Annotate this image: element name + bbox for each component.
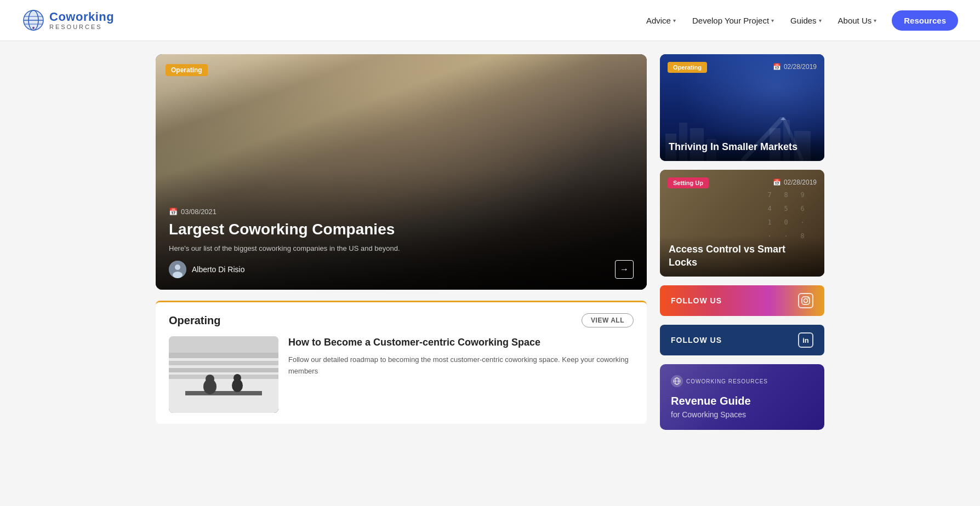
header: Coworking RESOURCES Advice ▾ Develop You…	[0, 0, 980, 41]
card-date: 📅 02/28/2019	[773, 179, 817, 186]
revenue-logo-text: Coworking Resources	[686, 378, 768, 384]
linkedin-icon: in	[798, 332, 813, 348]
instagram-follow-label: FOLLOW US	[671, 296, 722, 305]
hero-title: Largest Coworking Companies	[169, 220, 634, 239]
revenue-guide-title: Revenue Guide	[671, 394, 813, 408]
logo[interactable]: Coworking RESOURCES	[22, 9, 114, 32]
card-content: Thriving In Smaller Markets	[660, 133, 824, 161]
svg-point-20	[233, 374, 241, 382]
section-header: Operating VIEW ALL	[169, 313, 634, 327]
svg-point-44	[804, 299, 808, 303]
svg-text:6: 6	[800, 205, 804, 212]
nav-guides[interactable]: Guides ▾	[784, 13, 828, 28]
svg-point-9	[173, 272, 183, 278]
office-illustration	[169, 336, 278, 413]
hero-bottom: 📅 03/08/2021 Largest Coworking Companies…	[156, 197, 647, 290]
svg-text:1: 1	[767, 219, 771, 226]
svg-text:8: 8	[784, 191, 788, 199]
article-thumbnail	[169, 336, 278, 413]
calendar-icon: 📅	[169, 208, 178, 216]
card-title: Thriving In Smaller Markets	[669, 141, 816, 153]
svg-point-6	[32, 27, 35, 29]
thriving-card[interactable]: Operating 📅 02/28/2019 Thriving In Small…	[660, 54, 824, 161]
operating-section: Operating VIEW ALL	[156, 301, 647, 424]
linkedin-follow-label: FOLLOW US	[671, 336, 722, 344]
left-column: Operating 📅 03/08/2021 Largest Coworking…	[156, 54, 647, 430]
logo-coworking: Coworking	[49, 10, 114, 24]
main-content: Operating 📅 03/08/2021 Largest Coworking…	[134, 41, 846, 443]
view-all-button[interactable]: VIEW ALL	[582, 313, 634, 327]
calendar-icon: 📅	[773, 179, 781, 186]
svg-text:·: ·	[800, 219, 804, 226]
svg-rect-12	[169, 353, 278, 358]
article-row: How to Become a Customer-centric Coworki…	[169, 336, 634, 413]
globe-icon	[22, 9, 45, 32]
revenue-card-logo: Coworking Resources	[671, 375, 813, 387]
right-column: Operating 📅 02/28/2019 Thriving In Small…	[660, 54, 824, 430]
instagram-icon	[798, 293, 813, 308]
svg-text:0: 0	[784, 219, 788, 226]
card-title: Access Control vs Smart Locks	[669, 243, 816, 269]
instagram-follow-button[interactable]: FOLLOW US	[660, 285, 824, 316]
hero-date: 📅 03/08/2021	[169, 208, 634, 216]
revenue-guide-card[interactable]: Coworking Resources Revenue Guide for Co…	[660, 364, 824, 430]
chevron-down-icon: ▾	[673, 18, 676, 24]
article-text: How to Become a Customer-centric Coworki…	[288, 336, 634, 377]
chevron-down-icon: ▾	[819, 18, 822, 24]
svg-text:9: 9	[800, 191, 804, 199]
card-badge: Operating	[668, 62, 707, 73]
avatar	[169, 261, 186, 278]
svg-rect-13	[169, 361, 278, 365]
hero-card[interactable]: Operating 📅 03/08/2021 Largest Coworking…	[156, 54, 647, 290]
svg-point-8	[175, 264, 180, 270]
coworking-logo-icon	[671, 375, 683, 387]
svg-rect-15	[169, 375, 278, 379]
nav-about[interactable]: About Us ▾	[831, 13, 884, 28]
svg-point-45	[808, 298, 809, 299]
main-nav: Advice ▾ Develop Your Project ▾ Guides ▾…	[640, 10, 958, 31]
calendar-icon: 📅	[773, 63, 781, 71]
article-excerpt: Follow our detailed roadmap to becoming …	[288, 354, 634, 377]
svg-rect-16	[185, 391, 262, 395]
nav-advice[interactable]: Advice ▾	[640, 13, 682, 28]
hero-arrow-button[interactable]: →	[615, 260, 634, 279]
logo-text: Coworking RESOURCES	[49, 10, 114, 30]
svg-point-18	[206, 375, 214, 383]
svg-text:5: 5	[784, 205, 788, 212]
article-title: How to Become a Customer-centric Coworki…	[288, 336, 634, 349]
logo-resources: RESOURCES	[49, 24, 114, 30]
hero-footer: Alberto Di Risio →	[169, 260, 634, 279]
svg-rect-14	[169, 368, 278, 372]
nav-develop[interactable]: Develop Your Project ▾	[686, 13, 780, 28]
resources-button[interactable]: Resources	[892, 10, 958, 31]
hero-author: Alberto Di Risio	[169, 261, 244, 278]
access-control-card[interactable]: 789 456 10· ··8 Setting Up 📅 02/28/2019 …	[660, 170, 824, 277]
chevron-down-icon: ▾	[874, 18, 876, 24]
svg-text:4: 4	[767, 205, 771, 212]
card-badge: Setting Up	[668, 177, 709, 188]
card-date: 📅 02/28/2019	[773, 63, 817, 71]
hero-category-badge: Operating	[166, 64, 208, 76]
hero-excerpt: Here's our list of the biggest coworking…	[169, 244, 634, 252]
linkedin-follow-button[interactable]: FOLLOW US in	[660, 325, 824, 355]
section-title: Operating	[169, 314, 220, 327]
article-thumbnail-image	[169, 336, 278, 413]
svg-text:7: 7	[767, 191, 771, 199]
svg-rect-11	[169, 336, 278, 353]
card-content: Access Control vs Smart Locks	[660, 235, 824, 277]
chevron-down-icon: ▾	[771, 18, 774, 24]
revenue-guide-subtitle: for Coworking Spaces	[671, 410, 813, 419]
